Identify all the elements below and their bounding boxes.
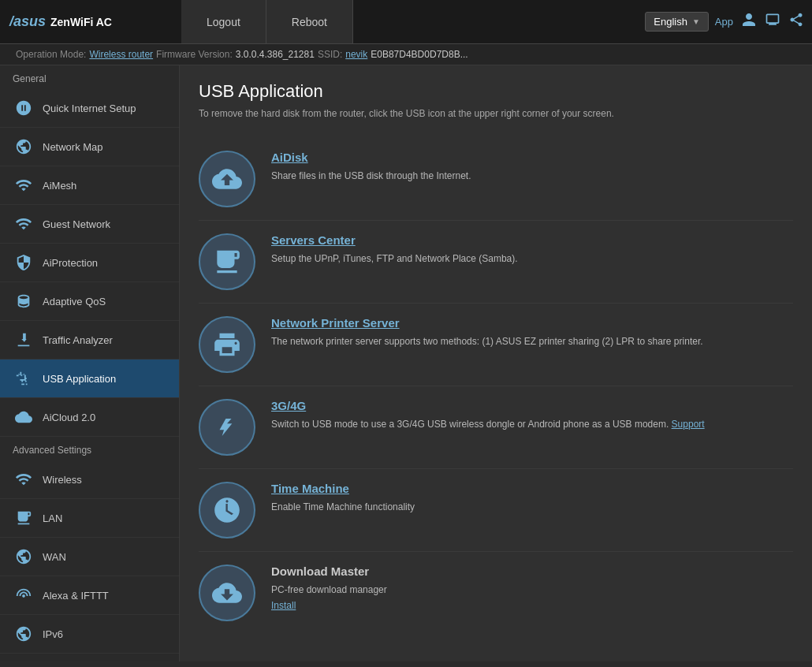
qos-icon xyxy=(13,290,35,312)
servers-center-icon-circle xyxy=(199,233,255,290)
3g4g-desc: Switch to USB mode to use a 3G/4G USB wi… xyxy=(271,417,793,431)
sidebar-label-wan: WAN xyxy=(43,551,66,563)
sidebar-item-wireless[interactable]: Wireless xyxy=(0,460,179,499)
app-card-3g4g: 3G/4G Switch to USB mode to use a 3G/4G … xyxy=(199,386,793,469)
header-right: English ▼ App xyxy=(645,12,812,32)
sidebar-item-aicloud[interactable]: AiCloud 2.0 xyxy=(0,398,179,437)
header: /asus ZenWiFi AC Logout Reboot English ▼… xyxy=(0,0,812,44)
share-icon[interactable] xyxy=(788,12,804,32)
download-master-info: Download Master PC-free download manager… xyxy=(271,565,793,611)
sidebar-item-aimesh[interactable]: AiMesh xyxy=(0,166,179,205)
lan-icon xyxy=(13,507,35,529)
sidebar-item-network-map[interactable]: Network Map xyxy=(0,128,179,166)
sidebar-item-usb-application[interactable]: USB Application xyxy=(0,360,179,398)
ssid-value[interactable]: nevik xyxy=(345,49,367,60)
sidebar-item-adaptive-qos[interactable]: Adaptive QoS xyxy=(0,282,179,321)
firmware-label: Firmware Version: xyxy=(156,49,233,60)
ipv6-icon xyxy=(13,623,35,645)
advanced-section-label: Advanced Settings xyxy=(0,437,179,460)
3g4g-title[interactable]: 3G/4G xyxy=(271,399,793,412)
sidebar-item-traffic-analyzer[interactable]: Traffic Analyzer xyxy=(0,321,179,360)
aidisk-title[interactable]: AiDisk xyxy=(271,151,793,164)
operation-mode-label: Operation Mode: xyxy=(16,49,86,60)
sidebar-item-lan[interactable]: LAN xyxy=(0,499,179,538)
reboot-tab[interactable]: Reboot xyxy=(266,0,353,43)
time-machine-icon-circle xyxy=(199,482,255,538)
install-link[interactable]: Install xyxy=(271,600,793,611)
aidisk-info: AiDisk Share files in the USB disk throu… xyxy=(271,151,793,183)
app-card-servers-center: Servers Center Setup the UPnP, iTunes, F… xyxy=(199,221,793,304)
content-area: USB Application To remove the hard disk … xyxy=(180,65,812,661)
wifi-icon xyxy=(13,213,35,235)
rocket-icon xyxy=(13,97,35,119)
network-printer-server-info: Network Printer Server The network print… xyxy=(271,316,793,348)
sidebar-label-lan: LAN xyxy=(43,512,62,524)
header-icons: App xyxy=(715,12,804,32)
language-selector[interactable]: English ▼ xyxy=(645,12,709,32)
mesh-icon xyxy=(13,174,35,196)
sidebar-label-traffic-analyzer: Traffic Analyzer xyxy=(43,334,113,346)
page-title: USB Application xyxy=(199,81,793,102)
main-layout: General Quick Internet Setup Network Map… xyxy=(0,65,812,661)
download-master-desc: PC-free download manager xyxy=(271,583,793,597)
sidebar-label-aiprotection: AiProtection xyxy=(43,257,98,269)
product-name: ZenWiFi AC xyxy=(50,16,112,28)
app-link[interactable]: App xyxy=(715,16,733,28)
page-subtitle: To remove the hard disk from the router,… xyxy=(199,108,793,119)
network-printer-server-title[interactable]: Network Printer Server xyxy=(271,316,793,330)
sidebar-label-quick-setup: Quick Internet Setup xyxy=(43,102,136,114)
header-tabs: Logout Reboot xyxy=(181,0,353,43)
logout-tab[interactable]: Logout xyxy=(181,0,266,43)
sidebar-label-aimesh: AiMesh xyxy=(43,180,76,192)
3g4g-support-link[interactable]: Support xyxy=(672,419,705,430)
download-master-icon-circle xyxy=(199,565,255,621)
sidebar-label-usb-application: USB Application xyxy=(43,373,116,385)
cloud-icon xyxy=(13,406,35,428)
sidebar-item-ipv6[interactable]: IPv6 xyxy=(0,615,179,654)
app-card-download-master: Download Master PC-free download manager… xyxy=(199,552,793,634)
network-printer-server-desc: The network printer server supports two … xyxy=(271,334,793,348)
sidebar-item-guest-network[interactable]: Guest Network xyxy=(0,205,179,244)
sidebar: General Quick Internet Setup Network Map… xyxy=(0,65,180,661)
time-machine-title[interactable]: Time Machine xyxy=(271,482,793,495)
info-bar: Operation Mode: Wireless router Firmware… xyxy=(0,44,812,65)
aidisk-desc: Share files in the USB disk through the … xyxy=(271,169,793,183)
app-card-aidisk: AiDisk Share files in the USB disk throu… xyxy=(199,138,793,221)
sidebar-item-aiprotection[interactable]: AiProtection xyxy=(0,244,179,282)
usb-icon xyxy=(13,367,35,389)
sidebar-label-alexa: Alexa & IFTTT xyxy=(43,590,109,602)
sidebar-label-adaptive-qos: Adaptive QoS xyxy=(43,296,106,307)
user-icon[interactable] xyxy=(741,12,757,32)
sidebar-label-ipv6: IPv6 xyxy=(43,628,63,640)
sidebar-label-guest-network: Guest Network xyxy=(43,218,110,230)
time-machine-info: Time Machine Enable Time Machine functio… xyxy=(271,482,793,514)
chart-icon xyxy=(13,329,35,351)
sidebar-item-quick-internet-setup[interactable]: Quick Internet Setup xyxy=(0,89,179,128)
4g-icon-circle xyxy=(199,399,255,456)
download-master-title: Download Master xyxy=(271,565,793,578)
firmware-value: 3.0.0.4.386_21281 xyxy=(236,49,315,60)
language-label: English xyxy=(654,16,687,28)
wan-icon xyxy=(13,546,35,568)
servers-center-desc: Setup the UPnP, iTunes, FTP and Network … xyxy=(271,252,793,266)
monitor-icon[interactable] xyxy=(765,12,780,32)
alexa-icon xyxy=(13,584,35,606)
servers-center-title[interactable]: Servers Center xyxy=(271,233,793,247)
sidebar-label-wireless: Wireless xyxy=(43,474,82,486)
wireless-icon xyxy=(13,468,35,490)
app-card-network-printer-server: Network Printer Server The network print… xyxy=(199,304,793,386)
globe-icon xyxy=(13,136,35,158)
sidebar-label-aicloud: AiCloud 2.0 xyxy=(43,412,95,423)
asus-logo: /asus xyxy=(9,13,46,30)
ssid-label: SSID: xyxy=(318,49,342,60)
shield-icon xyxy=(13,252,35,274)
operation-mode-value[interactable]: Wireless router xyxy=(89,49,153,60)
time-machine-desc: Enable Time Machine functionality xyxy=(271,500,793,514)
sidebar-item-alexa[interactable]: Alexa & IFTTT xyxy=(0,576,179,615)
sidebar-item-wan[interactable]: WAN xyxy=(0,538,179,576)
sidebar-item-vpn[interactable]: VPN xyxy=(0,654,179,661)
app-card-time-machine: Time Machine Enable Time Machine functio… xyxy=(199,469,793,552)
aidisk-icon-circle xyxy=(199,151,255,207)
sidebar-label-network-map: Network Map xyxy=(43,141,103,153)
servers-center-info: Servers Center Setup the UPnP, iTunes, F… xyxy=(271,233,793,266)
